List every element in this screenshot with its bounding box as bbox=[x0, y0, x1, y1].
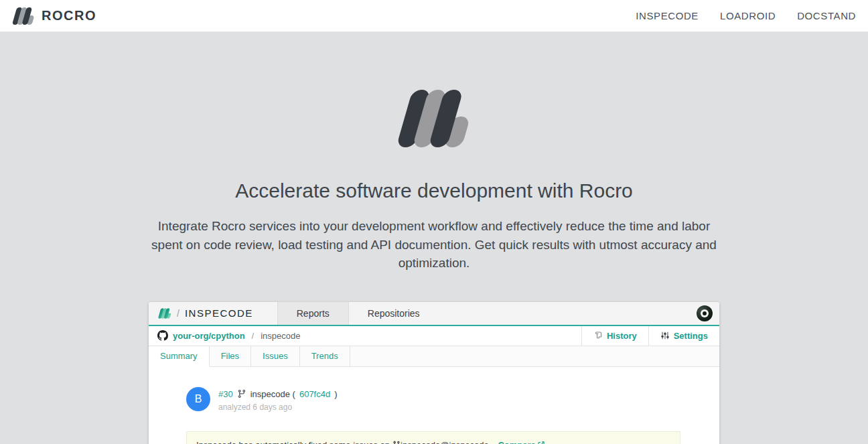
brand-name: ROCRO bbox=[42, 8, 96, 23]
report-header-row: B #30 inspecode (607fc4d) analyzed 6 day… bbox=[186, 387, 719, 412]
app-tab-repositories[interactable]: Repositories bbox=[349, 302, 439, 325]
navbar-links: INSPECODE LOADROID DOCSTAND bbox=[636, 10, 856, 21]
breadcrumb: your-org/cpython / inspecode bbox=[149, 326, 581, 346]
rocro-brand[interactable]: ROCRO bbox=[12, 7, 96, 25]
analyzed-timestamp: analyzed 6 days ago bbox=[218, 402, 338, 412]
settings-label: Settings bbox=[674, 331, 708, 341]
nav-link-inspecode[interactable]: INSPECODE bbox=[636, 10, 699, 21]
hero-section: Accelerate software development with Roc… bbox=[0, 32, 868, 444]
committer-avatar[interactable]: B bbox=[186, 387, 210, 411]
report-meta: #30 inspecode (607fc4d) analyzed 6 days … bbox=[218, 387, 338, 412]
compare-label: Compare bbox=[498, 440, 535, 444]
inspecode-brand[interactable]: / INSPECODE bbox=[149, 302, 263, 325]
repo-toolbar: your-org/cpython / inspecode History S bbox=[149, 326, 719, 346]
compare-link[interactable]: Compare bbox=[498, 440, 545, 444]
history-icon bbox=[593, 331, 603, 340]
github-icon bbox=[157, 330, 168, 341]
breadcrumb-separator: / bbox=[252, 331, 255, 341]
settings-button[interactable]: Settings bbox=[648, 326, 719, 346]
job-name-open: inspecode ( bbox=[250, 389, 295, 399]
nav-link-docstand[interactable]: DOCSTAND bbox=[797, 10, 856, 21]
banner-target: inspecode@inspecode. bbox=[401, 440, 491, 444]
hero-title: Accelerate software development with Roc… bbox=[0, 179, 868, 202]
rocro-logo-icon bbox=[12, 7, 35, 25]
user-avatar[interactable] bbox=[697, 305, 713, 321]
rocro-monogram-logo bbox=[396, 90, 472, 150]
tab-files[interactable]: Files bbox=[210, 346, 251, 366]
summary-content: B #30 inspecode (607fc4d) analyzed 6 day… bbox=[149, 367, 719, 444]
history-button[interactable]: History bbox=[581, 326, 648, 346]
commit-link[interactable]: 607fc4d bbox=[299, 389, 330, 399]
autofix-banner: Inspecode has automatically fixed some i… bbox=[186, 431, 680, 444]
hero-description: Integrate Rocro services into your devel… bbox=[146, 217, 722, 273]
inspecode-brand-name: INSPECODE bbox=[185, 307, 253, 319]
top-navbar: ROCRO INSPECODE LOADROID DOCSTAND bbox=[0, 0, 868, 32]
tab-trends[interactable]: Trends bbox=[300, 346, 350, 366]
git-branch-icon bbox=[237, 389, 246, 398]
app-tab-reports[interactable]: Reports bbox=[277, 302, 349, 325]
history-label: History bbox=[607, 331, 637, 341]
external-link-icon bbox=[537, 441, 545, 444]
tab-issues[interactable]: Issues bbox=[251, 346, 300, 366]
report-title-line: #30 inspecode (607fc4d) bbox=[218, 389, 338, 399]
git-branch-icon bbox=[392, 441, 401, 444]
app-card-header: / INSPECODE Reports Repositories bbox=[149, 302, 719, 326]
nav-link-loadroid[interactable]: LOADROID bbox=[720, 10, 776, 21]
tab-summary[interactable]: Summary bbox=[149, 346, 210, 366]
inspecode-app-card: / INSPECODE Reports Repositories your-or… bbox=[149, 302, 719, 444]
job-name-close: ) bbox=[334, 389, 337, 399]
header-spacer bbox=[439, 302, 697, 325]
settings-icon bbox=[660, 331, 670, 340]
breadcrumb-org-repo[interactable]: your-org/cpython bbox=[173, 331, 245, 341]
brand-separator: / bbox=[177, 308, 179, 319]
build-number-link[interactable]: #30 bbox=[218, 389, 233, 399]
banner-message: Inspecode has automatically fixed some i… bbox=[196, 440, 390, 444]
inspecode-logo-icon bbox=[158, 308, 171, 319]
breadcrumb-service: inspecode bbox=[261, 331, 300, 341]
report-tabs: Summary Files Issues Trends bbox=[149, 346, 719, 367]
